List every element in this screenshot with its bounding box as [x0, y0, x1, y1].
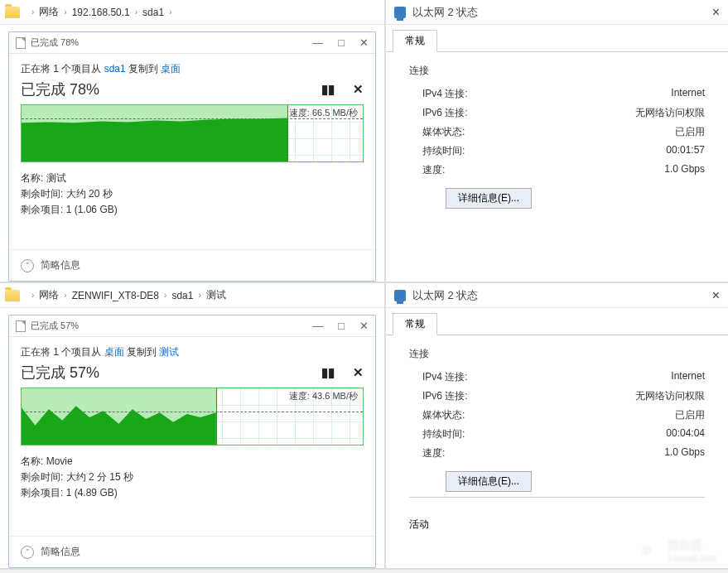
ethernet-icon: [394, 290, 406, 301]
ipv6-label: IPv6 连接:: [422, 106, 468, 120]
close-button[interactable]: ✕: [359, 320, 369, 332]
chevron-right-icon: ›: [164, 291, 166, 300]
activity-section-label: 活动: [386, 511, 728, 532]
close-icon[interactable]: ×: [712, 5, 720, 20]
ipv4-value: Internet: [671, 87, 705, 101]
chevron-right-icon: ›: [198, 291, 200, 300]
status-title: 以太网 2 状态: [412, 5, 478, 20]
ipv6-value: 无网络访问权限: [635, 389, 705, 403]
media-value: 已启用: [675, 125, 705, 139]
copy-progress-dialog: 已完成 57% — □ ✕ 正在将 1 个项目从 桌面 复制到 测试 已完成 5…: [8, 315, 376, 568]
status-title: 以太网 2 状态: [412, 288, 478, 303]
duration-label: 持续时间:: [422, 427, 465, 441]
speed-label: 速度:: [422, 163, 445, 177]
ipv6-label: IPv6 连接:: [422, 389, 468, 403]
remaining-time: 大约 20 秒: [66, 188, 113, 200]
speed-value: 1.0 Gbps: [664, 446, 705, 460]
copy-description: 正在将 1 个项目从 桌面 复制到 测试: [21, 345, 364, 359]
remaining-time: 大约 2 分 15 秒: [66, 471, 133, 483]
breadcrumb-item[interactable]: 192.168.50.1: [72, 7, 130, 18]
chevron-right-icon: ›: [31, 7, 34, 17]
ipv6-value: 无网络访问权限: [635, 106, 705, 120]
cancel-button[interactable]: ✕: [353, 365, 364, 380]
duration-value: 00:04:04: [666, 427, 705, 441]
breadcrumb-item[interactable]: 网络: [39, 288, 59, 302]
speed-value: 速度: 43.6 MB/秒: [289, 390, 358, 402]
progress-percent: 已完成 78%: [21, 79, 99, 99]
duration-label: 持续时间:: [422, 144, 465, 158]
svg-marker-0: [22, 118, 287, 161]
connection-section-label: 连接: [409, 64, 705, 78]
tab-strip: 常规: [386, 25, 728, 52]
chevron-right-icon: ›: [169, 7, 171, 17]
svg-marker-1: [22, 406, 216, 445]
media-value: 已启用: [675, 408, 705, 422]
cancel-button[interactable]: ✕: [353, 82, 364, 97]
document-icon: [16, 37, 26, 49]
brief-info-toggle[interactable]: ˄ 简略信息: [9, 249, 375, 281]
ipv4-label: IPv4 连接:: [422, 87, 468, 101]
tab-general[interactable]: 常规: [393, 313, 437, 335]
connection-section-label: 连接: [409, 347, 705, 361]
breadcrumb-item[interactable]: ZENWIFI_XT8-DE8: [72, 290, 159, 301]
ipv4-value: Internet: [671, 370, 705, 384]
status-titlebar[interactable]: 以太网 2 状态 ×: [386, 283, 728, 308]
source-link[interactable]: 桌面: [104, 346, 124, 358]
progress-percent: 已完成 57%: [21, 363, 99, 383]
watermark: ⎚ 路由器 luyouqi.com: [633, 537, 716, 565]
breadcrumb[interactable]: › 网络 › ZENWIFI_XT8-DE8 › sda1 › 测试: [0, 283, 384, 308]
dialog-titlebar[interactable]: 已完成 57% — □ ✕: [9, 315, 375, 337]
dialog-titlebar[interactable]: 已完成 78% — □ ✕: [9, 32, 375, 54]
router-icon: ⎚: [633, 537, 661, 565]
close-icon[interactable]: ×: [712, 288, 720, 303]
speed-value: 1.0 Gbps: [664, 163, 705, 177]
breadcrumb-item[interactable]: 网络: [39, 5, 59, 19]
dialog-title: 已完成 57%: [31, 320, 79, 332]
chevron-right-icon: ›: [64, 7, 66, 17]
duration-value: 00:01:57: [666, 144, 705, 158]
chevron-right-icon: ›: [31, 291, 34, 300]
copy-description: 正在将 1 个项目从 sda1 复制到 桌面: [21, 62, 364, 76]
remaining-items: 1 (1.06 GB): [66, 204, 118, 215]
dest-link[interactable]: 测试: [159, 346, 179, 358]
maximize-button[interactable]: □: [338, 36, 345, 49]
details-button[interactable]: 详细信息(E)...: [446, 471, 532, 492]
chevron-right-icon: ›: [64, 291, 66, 300]
speed-label: 速度:: [422, 446, 445, 460]
item-name: Movie: [46, 455, 73, 467]
minimize-button[interactable]: —: [312, 36, 323, 49]
media-label: 媒体状态:: [422, 408, 465, 422]
close-button[interactable]: ✕: [359, 36, 369, 49]
status-titlebar[interactable]: 以太网 2 状态 ×: [386, 0, 728, 25]
speed-chart: 速度: 43.6 MB/秒: [21, 388, 364, 445]
folder-icon: [5, 290, 20, 301]
document-icon: [16, 320, 26, 332]
ethernet-icon: [394, 7, 406, 18]
details-button[interactable]: 详细信息(E)...: [446, 188, 532, 209]
tab-general[interactable]: 常规: [393, 30, 437, 52]
tab-strip: 常规: [386, 308, 728, 335]
minimize-button[interactable]: —: [312, 320, 323, 332]
pause-button[interactable]: ▮▮: [321, 365, 335, 380]
source-link[interactable]: sda1: [104, 63, 126, 75]
folder-icon: [5, 7, 20, 18]
dest-link[interactable]: 桌面: [161, 63, 181, 75]
speed-value: 速度: 66.5 MB/秒: [289, 107, 358, 119]
item-name: 测试: [46, 172, 66, 184]
maximize-button[interactable]: □: [338, 320, 345, 332]
copy-progress-dialog: 已完成 78% — □ ✕ 正在将 1 个项目从 sda1 复制到 桌面 已完成…: [8, 31, 376, 282]
speed-chart: 速度: 66.5 MB/秒: [21, 104, 364, 162]
breadcrumb-item[interactable]: sda1: [142, 7, 164, 18]
chevron-right-icon: ›: [135, 7, 137, 17]
chevron-up-icon: ˄: [21, 546, 34, 559]
remaining-items: 1 (4.89 GB): [66, 487, 118, 498]
brief-info-toggle[interactable]: ˄ 简略信息: [9, 536, 375, 567]
breadcrumb-item[interactable]: sda1: [171, 290, 193, 301]
breadcrumb-item[interactable]: 测试: [206, 288, 226, 302]
media-label: 媒体状态:: [422, 125, 465, 139]
breadcrumb[interactable]: › 网络 › 192.168.50.1 › sda1 ›: [0, 0, 384, 25]
pause-button[interactable]: ▮▮: [321, 82, 335, 97]
ipv4-label: IPv4 连接:: [422, 370, 468, 384]
chevron-up-icon: ˄: [21, 259, 34, 272]
dialog-title: 已完成 78%: [31, 36, 79, 49]
